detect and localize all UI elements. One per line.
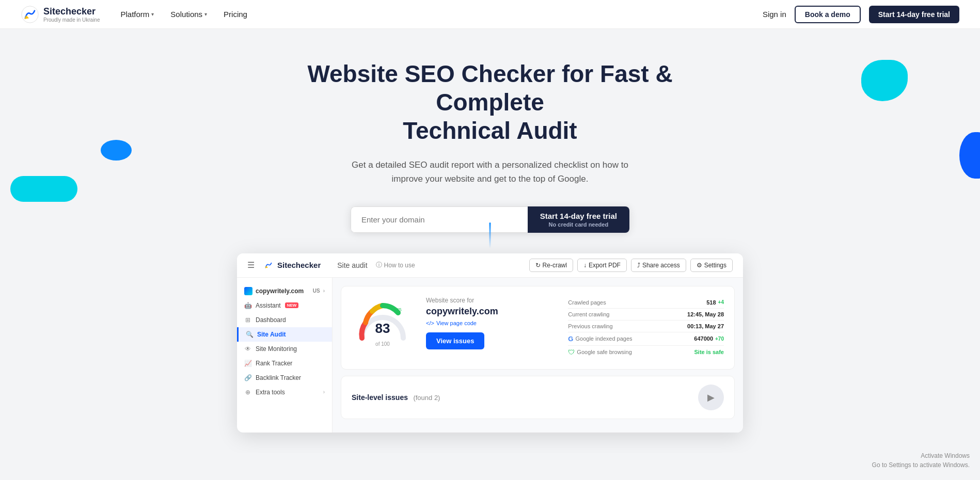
recrawl-icon: ↻ xyxy=(535,262,541,269)
view-issues-button[interactable]: View issues xyxy=(426,332,484,349)
book-demo-button[interactable]: Book a demo xyxy=(795,6,861,23)
sidebar-site-locale: US xyxy=(313,288,320,294)
gear-icon: ⚙ xyxy=(697,262,702,269)
chevron-down-icon: ▾ xyxy=(204,11,207,17)
sidebar-item-dashboard[interactable]: ⊞ Dashboard xyxy=(237,313,332,327)
cta-sub-label: No credit card needed xyxy=(549,221,609,228)
sidebar-site-row[interactable]: copywritely.com US › xyxy=(237,284,332,298)
logo-link[interactable]: Sitechecker Proudly made in Ukraine xyxy=(21,5,100,24)
issues-card: Site-level issues (found 2) ▶ xyxy=(341,376,735,419)
app-sidebar: copywritely.com US › 🤖 Assistant NEW ⊞ D… xyxy=(237,278,333,433)
dashboard-icon: ⊞ xyxy=(244,316,251,324)
chevron-right-icon: › xyxy=(323,389,325,395)
score-out-of: of 100 xyxy=(375,341,390,347)
svg-point-0 xyxy=(22,6,38,22)
app-logo: Sitechecker xyxy=(263,260,321,271)
stat-current-crawling: Current crawling 12:45, May 28 xyxy=(568,309,724,321)
nav-solutions[interactable]: Solutions ▾ xyxy=(170,10,207,19)
nav-platform[interactable]: Platform ▾ xyxy=(121,10,154,19)
stat-crawled-pages: Crawled pages 518 +4 xyxy=(568,297,724,309)
stat-google-indexed: G Google indexed pages 647000 +70 xyxy=(568,332,724,346)
site-audit-icon: 🔍 xyxy=(246,331,253,338)
nav-right: Sign in Book a demo Start 14-day free tr… xyxy=(763,6,959,23)
new-badge: NEW xyxy=(285,302,299,308)
blob-blue-right xyxy=(959,132,980,179)
score-for-label: Website score for xyxy=(426,297,556,304)
cta-main-label: Start 14-day free trial xyxy=(540,212,617,220)
backlink-icon: 🔗 xyxy=(244,374,251,381)
app-main: 83 ↑+45 of 100 Website score for copywri… xyxy=(333,278,743,433)
monitoring-icon: 👁 xyxy=(244,345,251,353)
navbar: Sitechecker Proudly made in Ukraine Plat… xyxy=(0,0,980,29)
chevron-down-icon: ▾ xyxy=(151,11,154,17)
app-preview: ☰ Sitechecker Site audit ⓘ How to use ↻ … xyxy=(237,253,743,433)
download-icon: ↓ xyxy=(583,262,587,269)
hamburger-icon[interactable]: ☰ xyxy=(247,260,255,270)
blob-cyan-left xyxy=(10,176,77,202)
blob-cyan-top xyxy=(861,60,908,101)
issues-count: (found 2) xyxy=(413,394,440,402)
score-domain: copywritely.com xyxy=(426,306,556,317)
nav-links: Platform ▾ Solutions ▾ Pricing xyxy=(121,10,763,19)
site-info: Website score for copywritely.com </> Vi… xyxy=(426,297,556,359)
site-favicon xyxy=(244,287,252,295)
nav-pricing[interactable]: Pricing xyxy=(224,10,247,19)
assistant-icon: 🤖 xyxy=(244,302,251,309)
svg-text:83: 83 xyxy=(375,321,390,336)
logo-icon xyxy=(21,5,39,24)
play-button[interactable]: ▶ xyxy=(698,385,724,410)
recrawl-button[interactable]: ↻ Re-crawl xyxy=(529,259,573,272)
sign-in-button[interactable]: Sign in xyxy=(763,10,786,19)
hero-title: Website SEO Checker for Fast & Complete … xyxy=(283,60,697,146)
app-body: copywritely.com US › 🤖 Assistant NEW ⊞ D… xyxy=(237,278,743,433)
export-pdf-button[interactable]: ↓ Export PDF xyxy=(577,259,627,272)
sidebar-item-monitoring[interactable]: 👁 Site Monitoring xyxy=(237,342,332,356)
code-icon: </> xyxy=(426,320,434,326)
issues-header: Site-level issues (found 2) xyxy=(352,393,440,402)
start-trial-button[interactable]: Start 14-day free trial No credit card n… xyxy=(528,206,629,233)
rank-tracker-icon: 📈 xyxy=(244,360,251,367)
stats-panel: Crawled pages 518 +4 Current crawling 12… xyxy=(568,297,724,359)
how-to-link[interactable]: ⓘ How to use xyxy=(376,261,415,269)
svg-text:↑+45: ↑+45 xyxy=(391,307,402,312)
sidebar-item-extra-tools[interactable]: ⊕ Extra tools › xyxy=(237,385,332,399)
logo-name: Sitechecker xyxy=(43,6,100,17)
app-toolbar: ↻ Re-crawl ↓ Export PDF ⤴ Share access ⚙… xyxy=(529,259,733,272)
stat-google-safe: 🛡 Google safe browsing Site is safe xyxy=(568,346,724,359)
hero-section: Website SEO Checker for Fast & Complete … xyxy=(0,29,980,253)
extra-tools-icon: ⊕ xyxy=(244,389,251,396)
app-topbar: ☰ Sitechecker Site audit ⓘ How to use ↻ … xyxy=(237,253,743,278)
score-gauge-wrap: 83 ↑+45 of 100 xyxy=(352,297,414,359)
sidebar-item-backlink[interactable]: 🔗 Backlink Tracker xyxy=(237,371,332,385)
score-gauge: 83 ↑+45 xyxy=(354,297,411,343)
blob-blue-small xyxy=(101,140,132,161)
domain-input[interactable] xyxy=(351,206,528,233)
sidebar-site-name: copywritely.com xyxy=(256,287,304,295)
settings-button[interactable]: ⚙ Settings xyxy=(690,259,733,272)
free-trial-button[interactable]: Start 14-day free trial xyxy=(869,6,959,23)
score-card: 83 ↑+45 of 100 Website score for copywri… xyxy=(341,286,735,370)
stat-previous-crawling: Previous crawling 00:13, May 27 xyxy=(568,321,724,332)
share-icon: ⤴ xyxy=(637,262,640,269)
view-code-link[interactable]: </> View page code xyxy=(426,320,556,326)
logo-sub: Proudly made in Ukraine xyxy=(43,17,100,23)
app-logo-icon xyxy=(263,260,274,271)
app-nav-label: Site audit xyxy=(337,261,367,269)
sidebar-item-site-audit[interactable]: 🔍 Site Audit xyxy=(237,327,332,342)
issues-title: Site-level issues xyxy=(352,393,408,402)
app-preview-wrapper: ☰ Sitechecker Site audit ⓘ How to use ↻ … xyxy=(0,253,980,453)
google-icon: G xyxy=(568,335,573,343)
shield-icon: 🛡 xyxy=(568,348,575,356)
info-icon: ⓘ xyxy=(376,261,382,269)
hero-subtitle: Get a detailed SEO audit report with a p… xyxy=(335,158,645,186)
sidebar-item-rank-tracker[interactable]: 📈 Rank Tracker xyxy=(237,356,332,371)
sidebar-item-assistant[interactable]: 🤖 Assistant NEW xyxy=(237,298,332,313)
cursor-decoration xyxy=(489,222,491,248)
chevron-right-icon: › xyxy=(323,288,325,294)
share-access-button[interactable]: ⤴ Share access xyxy=(631,259,686,272)
